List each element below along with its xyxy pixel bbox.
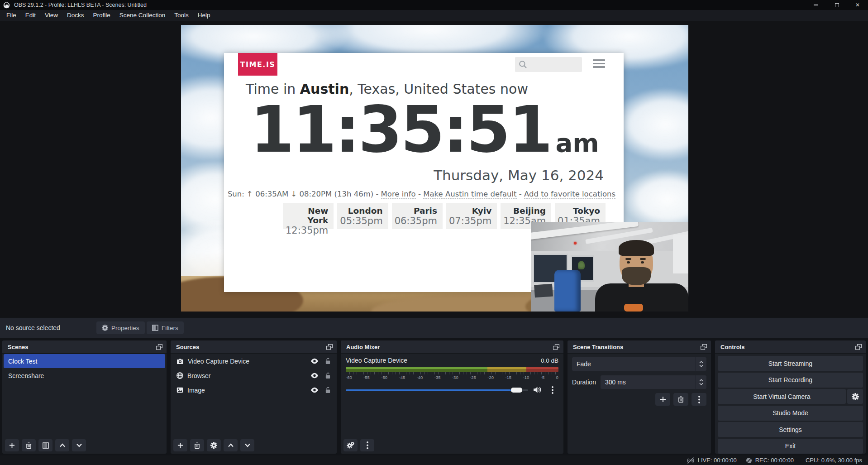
add-source-button[interactable] bbox=[173, 439, 187, 451]
menu-profile[interactable]: Profile bbox=[89, 10, 115, 21]
visibility-eye-icon[interactable] bbox=[310, 387, 319, 393]
move-source-up-button[interactable] bbox=[224, 439, 238, 451]
chevron-down-icon bbox=[699, 364, 703, 367]
menu-scene-collection[interactable]: Scene Collection bbox=[115, 10, 170, 21]
scenes-toolbar bbox=[2, 437, 167, 454]
studio-mode-button[interactable]: Studio Mode bbox=[718, 406, 863, 421]
start-recording-button[interactable]: Start Recording bbox=[718, 373, 863, 388]
source-properties-button[interactable] bbox=[207, 439, 221, 451]
plus-icon bbox=[660, 396, 666, 403]
meter-scale-labels: -60-55-50-45-40-35-30-25-20-15-10-50 bbox=[346, 375, 558, 380]
remove-scene-button[interactable] bbox=[22, 439, 36, 451]
remove-transition-button[interactable] bbox=[673, 393, 688, 406]
visibility-eye-icon[interactable] bbox=[310, 358, 319, 364]
add-favorite-link: Add to favorite locations bbox=[524, 190, 615, 199]
scene-transitions-panel: Scene Transitions Fade Duration 300 ms bbox=[568, 340, 711, 454]
cpu-fps-stats: CPU: 0.6%, 30.00 fps bbox=[806, 457, 862, 464]
trash-icon bbox=[194, 442, 200, 449]
add-scene-button[interactable] bbox=[5, 439, 19, 451]
popout-icon bbox=[855, 344, 862, 350]
lock-icon[interactable] bbox=[325, 358, 331, 364]
rec-time: REC: 00:00:00 bbox=[755, 457, 794, 464]
hamburger-menu-icon bbox=[593, 59, 605, 68]
orange-object bbox=[624, 304, 643, 312]
volume-slider[interactable] bbox=[346, 386, 528, 393]
scene-item-clock-test[interactable]: Clock Test bbox=[4, 354, 165, 368]
preview-canvas[interactable]: TIME.IS Time in Austin, Texas, United St… bbox=[0, 21, 868, 317]
clock-digits: 11:35:51 bbox=[250, 96, 551, 163]
move-source-down-button[interactable] bbox=[240, 439, 254, 451]
menu-docks[interactable]: Docks bbox=[62, 10, 89, 21]
menu-file[interactable]: File bbox=[2, 10, 21, 21]
timeis-clock: 11:35:51 am bbox=[250, 96, 599, 163]
meter-red-segment bbox=[526, 367, 558, 372]
menu-edit[interactable]: Edit bbox=[21, 10, 40, 21]
audio-mixer-panel: Audio Mixer Video Capture Device 0.0 dB … bbox=[341, 340, 563, 454]
settings-button[interactable]: Settings bbox=[718, 422, 863, 437]
webcam-overlay bbox=[531, 222, 688, 312]
scene-filters-button[interactable] bbox=[38, 439, 52, 451]
close-button[interactable]: ✕ bbox=[847, 0, 868, 10]
move-scene-down-button[interactable] bbox=[72, 439, 86, 451]
add-transition-button[interactable] bbox=[655, 393, 670, 406]
mixer-options-kebab[interactable] bbox=[360, 439, 374, 451]
meter-yellow-segment bbox=[487, 367, 527, 372]
start-streaming-button[interactable]: Start Streaming bbox=[718, 356, 863, 371]
timeis-date: Thursday, May 16, 2024 bbox=[434, 167, 604, 183]
chevron-down-icon bbox=[699, 383, 703, 385]
slider-handle[interactable] bbox=[511, 388, 522, 393]
source-item-video-capture[interactable]: Video Capture Device bbox=[172, 354, 335, 368]
sources-panel: Sources Video Capture Device Browser bbox=[171, 340, 337, 454]
obs-logo-icon bbox=[3, 2, 10, 9]
menu-tools[interactable]: Tools bbox=[170, 10, 193, 21]
minimize-button[interactable] bbox=[806, 0, 826, 10]
duration-spin-arrows[interactable] bbox=[696, 375, 706, 389]
virtual-camera-settings-button[interactable] bbox=[847, 389, 863, 404]
search-input bbox=[515, 57, 582, 72]
advanced-audio-button[interactable] bbox=[343, 439, 358, 451]
slider-fill bbox=[346, 389, 511, 391]
meter-green-segment bbox=[346, 367, 487, 372]
transition-options-kebab[interactable] bbox=[692, 393, 706, 406]
lock-icon[interactable] bbox=[325, 387, 331, 393]
remove-source-button[interactable] bbox=[190, 439, 204, 451]
popout-icon bbox=[701, 344, 707, 350]
duration-spinbox[interactable]: 300 ms bbox=[601, 375, 706, 389]
window-title: OBS 29.1.2 - Profile: LLHLS BETA - Scene… bbox=[14, 2, 147, 8]
kebab-icon bbox=[698, 396, 700, 403]
blue-chair bbox=[554, 270, 581, 312]
filters-button[interactable]: Filters bbox=[147, 321, 184, 334]
source-item-browser[interactable]: Browser bbox=[172, 369, 335, 383]
chevron-up-icon bbox=[699, 361, 703, 364]
channel-name: Video Capture Device bbox=[346, 357, 407, 364]
sources-list: Video Capture Device Browser bbox=[171, 354, 337, 397]
audio-mixer-header: Audio Mixer bbox=[341, 340, 563, 354]
scene-item-screenshare[interactable]: Screenshare bbox=[4, 369, 165, 383]
audio-mixer-toolbar bbox=[341, 437, 563, 454]
speaker-icon[interactable] bbox=[533, 386, 542, 393]
controls-header: Controls bbox=[715, 340, 866, 354]
no-source-status: No source selected bbox=[6, 324, 60, 331]
source-item-image[interactable]: Image bbox=[172, 383, 335, 397]
lock-icon[interactable] bbox=[325, 372, 331, 379]
menu-help[interactable]: Help bbox=[193, 10, 215, 21]
chevron-up-icon bbox=[59, 443, 66, 447]
camera-icon bbox=[176, 358, 184, 364]
plus-icon bbox=[9, 442, 15, 448]
search-icon bbox=[519, 60, 527, 69]
channel-options-kebab[interactable] bbox=[547, 384, 558, 396]
chevron-up-icon bbox=[699, 379, 703, 382]
menu-view[interactable]: View bbox=[40, 10, 62, 21]
move-scene-up-button[interactable] bbox=[55, 439, 69, 451]
visibility-eye-icon[interactable] bbox=[310, 373, 319, 379]
maximize-button[interactable] bbox=[826, 0, 847, 10]
transition-select-arrows[interactable] bbox=[696, 357, 706, 371]
scene-video-preview[interactable]: TIME.IS Time in Austin, Texas, United St… bbox=[181, 25, 688, 312]
city-card: Kyiv07:35pm bbox=[446, 203, 497, 229]
exit-button[interactable]: Exit bbox=[718, 439, 863, 454]
properties-button[interactable]: Properties bbox=[96, 321, 145, 334]
start-virtual-camera-button[interactable]: Start Virtual Camera bbox=[718, 389, 846, 404]
popout-icon bbox=[553, 344, 559, 350]
transition-select[interactable]: Fade bbox=[572, 357, 706, 371]
titlebar: OBS 29.1.2 - Profile: LLHLS BETA - Scene… bbox=[0, 0, 868, 10]
